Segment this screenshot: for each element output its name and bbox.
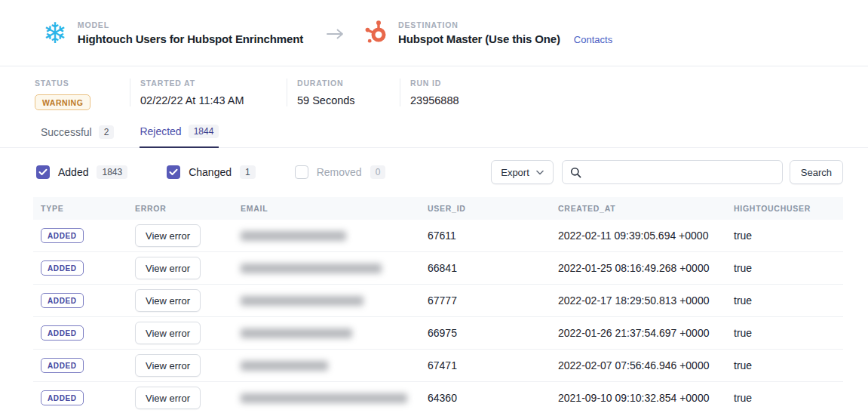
tab-rejected-count: 1844 bbox=[189, 125, 219, 138]
export-label: Export bbox=[501, 167, 529, 178]
run-id-value: 23956888 bbox=[410, 94, 459, 106]
started-at-value: 02/22/22 At 11:43 AM bbox=[140, 94, 276, 106]
export-button[interactable]: Export bbox=[491, 160, 554, 184]
created-at-cell: 2022-02-17 18:29:50.813 +0000 bbox=[551, 294, 726, 307]
hightouchuser-cell: true bbox=[726, 327, 843, 339]
changed-label: Changed bbox=[189, 166, 232, 178]
tab-rejected[interactable]: Rejected 1844 bbox=[140, 125, 219, 148]
search-icon bbox=[570, 167, 581, 178]
started-at-label: STARTED AT bbox=[140, 79, 276, 88]
created-at-cell: 2022-02-11 09:39:05.694 +0000 bbox=[551, 230, 726, 242]
model-eyebrow: MODEL bbox=[78, 20, 303, 29]
table-row: ADDED View error 66975 2022-01-26 21:37:… bbox=[33, 317, 843, 350]
redacted-email bbox=[241, 296, 363, 306]
hightouchuser-cell: true bbox=[726, 359, 843, 371]
tab-rejected-label: Rejected bbox=[140, 125, 181, 137]
run-id-column: RUN ID 23956888 bbox=[400, 79, 470, 106]
status-badge: WARNING bbox=[35, 94, 90, 110]
hubspot-icon bbox=[365, 20, 388, 47]
rejected-rows-table: TYPE ERROR EMAIL USER_ID CREATED_AT HIGH… bbox=[33, 197, 843, 413]
hightouchuser-cell: true bbox=[726, 294, 843, 307]
type-badge: ADDED bbox=[41, 228, 84, 243]
type-badge: ADDED bbox=[41, 358, 84, 373]
tab-successful-count: 2 bbox=[99, 125, 115, 139]
table-row: ADDED View error 67611 2022-02-11 09:39:… bbox=[33, 220, 843, 252]
column-header-type: TYPE bbox=[33, 204, 127, 213]
hightouchuser-cell: true bbox=[726, 262, 843, 274]
removed-checkbox[interactable] bbox=[295, 165, 308, 179]
added-label: Added bbox=[58, 166, 88, 178]
checkmark-icon bbox=[169, 168, 178, 176]
column-header-hightouchuser: HIGHTOUCHUSER bbox=[726, 204, 843, 213]
removed-count: 0 bbox=[370, 165, 386, 179]
run-summary: STATUS WARNING STARTED AT 02/22/22 At 11… bbox=[0, 66, 868, 119]
run-id-label: RUN ID bbox=[410, 79, 459, 88]
tab-successful[interactable]: Successful 2 bbox=[41, 125, 114, 147]
table-row: ADDED View error 66841 2022-01-25 08:16:… bbox=[33, 252, 843, 285]
type-badge: ADDED bbox=[41, 390, 84, 405]
snowflake-icon: ❄ bbox=[43, 19, 67, 48]
removed-label: Removed bbox=[317, 166, 362, 178]
filter-changed[interactable]: Changed 1 bbox=[167, 165, 256, 179]
added-count: 1843 bbox=[97, 165, 127, 179]
hightouchuser-cell: true bbox=[726, 230, 843, 242]
tab-successful-label: Successful bbox=[41, 126, 92, 138]
user-id-cell: 66841 bbox=[420, 262, 551, 274]
changed-checkbox[interactable] bbox=[167, 165, 180, 179]
column-header-error: ERROR bbox=[127, 204, 233, 213]
column-header-email: EMAIL bbox=[233, 204, 420, 213]
table-row: ADDED View error 67471 2022-02-07 07:56:… bbox=[33, 350, 843, 382]
user-id-cell: 66975 bbox=[420, 327, 551, 339]
redacted-email bbox=[241, 393, 407, 403]
search-button[interactable]: Search bbox=[790, 160, 843, 184]
status-label: STATUS bbox=[35, 79, 119, 88]
model-block: ❄ MODEL Hightouch Users for Hubspot Enri… bbox=[43, 19, 303, 48]
view-error-button[interactable]: View error bbox=[135, 387, 201, 409]
created-at-cell: 2022-01-25 08:16:49.268 +0000 bbox=[551, 262, 726, 274]
duration-column: DURATION 59 Seconds bbox=[287, 79, 400, 106]
redacted-email bbox=[241, 264, 382, 273]
destination-block: DESTINATION Hubspot Master (Use this One… bbox=[365, 20, 612, 47]
redacted-email bbox=[241, 231, 346, 241]
table-row: ADDED View error 64360 2021-09-10 09:10:… bbox=[33, 382, 843, 413]
search-input[interactable] bbox=[587, 166, 774, 179]
filter-removed[interactable]: Removed 0 bbox=[295, 165, 386, 179]
type-badge: ADDED bbox=[41, 325, 84, 341]
created-at-cell: 2022-02-07 07:56:46.946 +0000 bbox=[551, 359, 726, 371]
redacted-email bbox=[241, 361, 328, 371]
run-header: ❄ MODEL Hightouch Users for Hubspot Enri… bbox=[0, 0, 868, 66]
chevron-down-icon bbox=[536, 170, 544, 175]
added-checkbox[interactable] bbox=[36, 165, 50, 179]
contacts-link[interactable]: Contacts bbox=[574, 34, 612, 45]
model-name: Hightouch Users for Hubspot Enrinchment bbox=[78, 32, 303, 45]
filter-added[interactable]: Added 1843 bbox=[36, 165, 127, 179]
view-error-button[interactable]: View error bbox=[135, 354, 201, 377]
user-id-cell: 67611 bbox=[420, 230, 551, 242]
view-error-button[interactable]: View error bbox=[135, 289, 201, 312]
status-column: STATUS WARNING bbox=[35, 79, 130, 110]
search-button-label: Search bbox=[801, 167, 832, 178]
view-error-button[interactable]: View error bbox=[135, 257, 201, 279]
created-at-cell: 2021-09-10 09:10:32.854 +0000 bbox=[551, 392, 726, 404]
result-tabs: Successful 2 Rejected 1844 bbox=[0, 125, 868, 148]
checkmark-icon bbox=[38, 168, 48, 176]
duration-value: 59 Seconds bbox=[297, 94, 389, 106]
table-header-row: TYPE ERROR EMAIL USER_ID CREATED_AT HIGH… bbox=[33, 197, 843, 220]
user-id-cell: 67471 bbox=[420, 359, 551, 371]
view-error-button[interactable]: View error bbox=[135, 322, 201, 344]
arrow-right-icon bbox=[326, 28, 345, 43]
user-id-cell: 64360 bbox=[420, 392, 551, 404]
destination-eyebrow: DESTINATION bbox=[398, 20, 612, 29]
type-badge: ADDED bbox=[41, 260, 84, 276]
changed-count: 1 bbox=[240, 165, 256, 179]
table-row: ADDED View error 67777 2022-02-17 18:29:… bbox=[33, 285, 843, 317]
column-header-created-at: CREATED_AT bbox=[551, 204, 726, 213]
view-error-button[interactable]: View error bbox=[135, 224, 201, 247]
hightouchuser-cell: true bbox=[726, 392, 843, 404]
destination-name: Hubspot Master (Use this One) bbox=[398, 32, 560, 45]
search-box[interactable] bbox=[562, 160, 783, 184]
user-id-cell: 67777 bbox=[420, 294, 551, 307]
created-at-cell: 2022-01-26 21:37:54.697 +0000 bbox=[551, 327, 726, 339]
sync-run-page: ❄ MODEL Hightouch Users for Hubspot Enri… bbox=[0, 0, 868, 413]
type-badge: ADDED bbox=[41, 293, 84, 308]
